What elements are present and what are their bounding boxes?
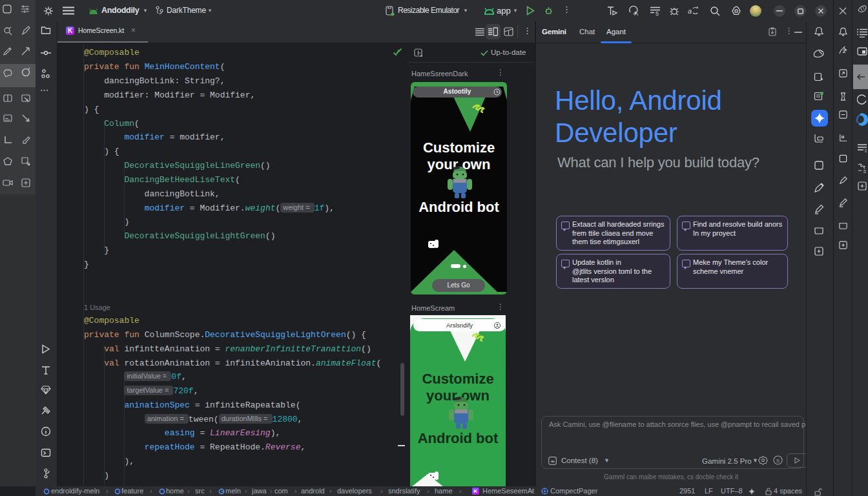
svg-text:S: S xyxy=(776,458,780,464)
svg-text:a: a xyxy=(688,7,692,15)
svg-text:5: 5 xyxy=(656,10,659,16)
svg-text:A: A xyxy=(634,10,638,16)
